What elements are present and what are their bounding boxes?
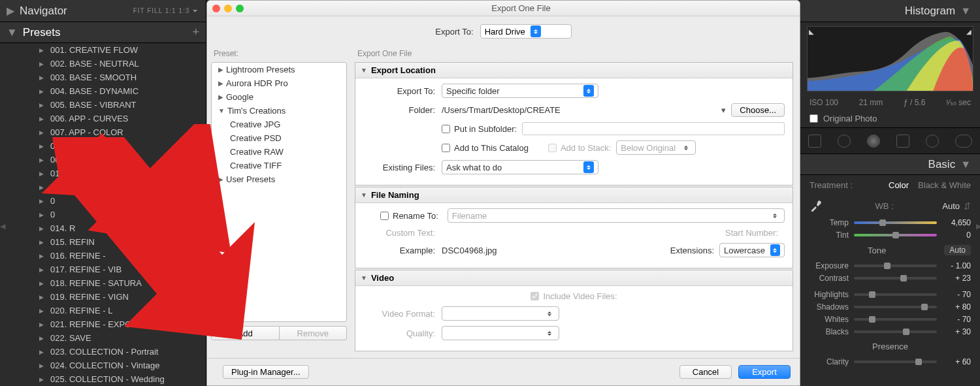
slider-track[interactable] [854, 330, 937, 333]
panel-collapse-left-icon[interactable]: ◀ [0, 222, 5, 231]
slider-thumb-icon[interactable] [915, 359, 922, 365]
eyedropper-icon[interactable] [809, 199, 823, 212]
slider-tint[interactable]: Tint0 [800, 229, 980, 241]
preset-folder-item[interactable]: ▶0 [0, 180, 206, 194]
preset-folder-item[interactable]: ▶024. COLLECTION - Vintage [0, 359, 206, 372]
choose-folder-button[interactable]: Choose... [731, 103, 785, 117]
tone-auto-button[interactable]: Auto [944, 245, 971, 255]
preset-folder-item[interactable]: ▶008. APP - TEMP [0, 139, 206, 153]
shadow-clip-icon[interactable]: ◣ [809, 28, 814, 35]
panel-collapse-right-icon[interactable]: ▶ [976, 222, 980, 231]
slider-track[interactable] [854, 234, 937, 236]
preset-tree-folder[interactable]: ▶Aurora HDR Pro [212, 76, 346, 90]
window-zoom-icon[interactable] [236, 5, 244, 12]
preset-folder-item[interactable]: ▶0 [0, 208, 206, 221]
original-photo-checkbox[interactable] [809, 114, 818, 123]
subfolder-input[interactable] [522, 122, 785, 135]
put-subfolder-checkbox[interactable] [442, 125, 450, 133]
slider-track[interactable] [854, 277, 937, 280]
original-photo-row[interactable]: Original Photo [800, 110, 980, 128]
preset-folder-item[interactable]: ▶002. BASE - NEUTRAL [0, 57, 206, 71]
preset-folder-item[interactable]: ▶004. BASE - DYNAMIC [0, 84, 206, 98]
cancel-button[interactable]: Cancel [679, 365, 732, 379]
slider-thumb-icon[interactable] [892, 232, 899, 238]
histogram-header[interactable]: Histogram ▼ [800, 0, 980, 22]
add-preset-icon[interactable]: + [192, 25, 199, 39]
preset-folder-item[interactable]: ▶018. REFINE - SATURA [0, 276, 206, 290]
add-catalog-checkbox[interactable] [442, 144, 450, 152]
navigator-ratios[interactable]: FIT FILL 1:1 1:3 ⏷ [133, 7, 199, 14]
preset-tree-item[interactable]: Creative TIFF [212, 159, 346, 172]
slider-whites[interactable]: Whites- 70 [800, 313, 980, 325]
loc-export-to-dropdown[interactable]: Specific folder [442, 84, 598, 98]
slider-track[interactable] [854, 221, 937, 224]
slider-blacks[interactable]: Blacks+ 30 [800, 325, 980, 338]
slider-thumb-icon[interactable] [900, 275, 907, 281]
preset-tree-folder[interactable]: ▶Lightroom Presets [212, 63, 346, 76]
redeye-tool-icon[interactable] [867, 135, 880, 148]
preset-tree-folder[interactable]: ▼Tim's Creations [212, 104, 346, 118]
preset-tree-item[interactable]: Creative JPG [212, 118, 346, 131]
preset-tree-folder[interactable]: ▶Google [212, 90, 346, 104]
preset-folder-item[interactable]: ▶020. REFINE - L [0, 304, 206, 317]
slider-thumb-icon[interactable] [884, 263, 890, 269]
preset-folder-item[interactable]: ▶016. REFINE - [0, 249, 206, 263]
slider-track[interactable] [854, 318, 937, 321]
histogram-display[interactable]: ◣ ◢ [807, 26, 973, 91]
slider-thumb-icon[interactable] [903, 329, 909, 335]
brush-tool-icon[interactable] [955, 135, 972, 148]
preset-folder-item[interactable]: ▶01 [0, 167, 206, 180]
preset-folder-item[interactable]: ▶022. SAVE [0, 331, 206, 345]
plugin-manager-button[interactable]: Plug-in Manager... [223, 365, 309, 379]
spot-tool-icon[interactable] [838, 135, 851, 148]
slider-temp[interactable]: Temp4,650 [800, 216, 980, 229]
radial-tool-icon[interactable] [926, 135, 939, 148]
preset-add-button[interactable]: Add [211, 326, 280, 340]
extensions-dropdown[interactable]: Lowercase [719, 243, 785, 257]
preset-folder-item[interactable]: ▶001. CREATIVE FLOW [0, 43, 206, 57]
gradient-tool-icon[interactable] [896, 135, 909, 148]
slider-thumb-icon[interactable] [869, 291, 875, 298]
slider-clarity[interactable]: Clarity+ 60 [800, 355, 980, 368]
slider-thumb-icon[interactable] [879, 219, 886, 226]
highlight-clip-icon[interactable]: ◢ [966, 28, 972, 35]
preset-tree[interactable]: ▶Lightroom Presets▶Aurora HDR Pro▶Google… [211, 62, 347, 322]
export-button[interactable]: Export [738, 365, 791, 379]
preset-folder-item[interactable]: ▶007. APP - COLOR [0, 125, 206, 139]
slider-exposure[interactable]: Exposure- 1.00 [800, 259, 980, 272]
preset-folder-item[interactable]: ▶009. A [0, 153, 206, 167]
crop-tool-icon[interactable] [808, 135, 821, 148]
preset-folder-item[interactable]: ▶019. REFINE - VIGN [0, 290, 206, 304]
slider-contrast[interactable]: Contrast+ 23 [800, 272, 980, 284]
slider-thumb-icon[interactable] [921, 304, 928, 310]
section-header-video[interactable]: ▼Video [355, 270, 792, 286]
rename-to-checkbox[interactable] [380, 212, 389, 220]
navigator-header[interactable]: ▶ Navigator FIT FILL 1:1 1:3 ⏷ [0, 0, 206, 22]
wb-value[interactable]: Auto [942, 201, 960, 211]
preset-tree-item[interactable]: Creative RAW [212, 145, 346, 159]
slider-track[interactable] [854, 293, 937, 296]
preset-folder-item[interactable]: ▶005. BASE - VIBRANT [0, 98, 206, 112]
export-to-dropdown[interactable]: Hard Drive [480, 24, 572, 39]
preset-folder-item[interactable]: ▶017. REFINE - VIB [0, 263, 206, 276]
section-header-naming[interactable]: ▼File Naming [355, 187, 792, 203]
preset-tree-item[interactable]: Creative PSD [212, 131, 346, 145]
treatment-bw[interactable]: Black & White [918, 180, 971, 190]
basic-header[interactable]: Basic ▼ [800, 154, 980, 175]
folder-history-icon[interactable]: ▾ [721, 105, 726, 115]
slider-track[interactable] [854, 361, 937, 363]
slider-shadows[interactable]: Shadows+ 80 [800, 300, 980, 313]
presets-header[interactable]: ▼ Presets + [0, 22, 206, 43]
section-header-location[interactable]: ▼Export Location [355, 63, 792, 78]
slider-thumb-icon[interactable] [869, 316, 875, 323]
preset-folder-item[interactable]: ▶0 [0, 194, 206, 208]
slider-track[interactable] [854, 265, 937, 267]
preset-folder-item[interactable]: ▶023. COLLECTION - Portrait [0, 345, 206, 359]
rename-template-dropdown[interactable]: Filename [448, 208, 785, 223]
slider-track[interactable] [854, 306, 937, 308]
preset-folder-item[interactable]: ▶025. COLLECTION - Wedding [0, 372, 206, 386]
preset-folder-item[interactable]: ▶015. REFIN [0, 235, 206, 249]
preset-folder-item[interactable]: ▶021. REFINE - EXPOSURE [0, 317, 206, 331]
existing-files-dropdown[interactable]: Ask what to do [442, 160, 598, 174]
treatment-color[interactable]: Color [889, 180, 909, 190]
